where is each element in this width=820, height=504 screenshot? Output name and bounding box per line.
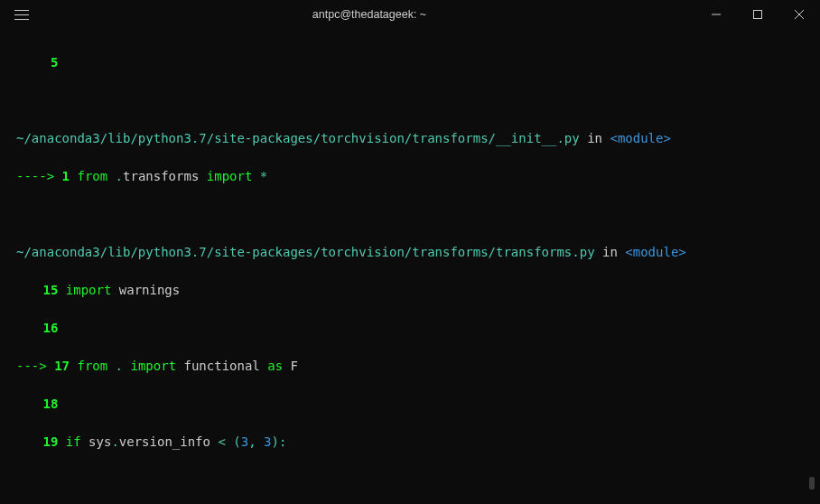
identifier: version_info xyxy=(119,434,210,449)
terminal-output[interactable]: 5 ~/anaconda3/lib/python3.7/site-package… xyxy=(0,29,820,504)
operator: < xyxy=(218,434,225,449)
operator: . xyxy=(116,359,123,373)
colon: : xyxy=(279,434,286,449)
line-number: 18 xyxy=(16,395,58,414)
line-number: 19 xyxy=(16,433,58,452)
keyword: import xyxy=(66,283,112,297)
minimize-button[interactable] xyxy=(695,0,737,29)
line-number: 16 xyxy=(16,319,58,338)
titlebar: antpc@thedatageek: ~ xyxy=(0,0,820,29)
identifier: F xyxy=(291,359,298,373)
arrow-indicator: ---> xyxy=(16,359,54,373)
in-label: in xyxy=(602,245,618,259)
line-number: 5 xyxy=(16,53,58,72)
identifier: sys xyxy=(89,434,111,449)
operator: . xyxy=(111,434,118,449)
menu-icon[interactable] xyxy=(0,0,43,29)
line-number: 1 xyxy=(62,167,70,186)
identifier: functional xyxy=(184,359,260,373)
keyword: if xyxy=(66,434,81,449)
close-button[interactable] xyxy=(778,0,820,29)
keyword: import xyxy=(207,169,253,183)
module-tag: <module> xyxy=(610,131,670,145)
paren: ( xyxy=(233,434,240,449)
module-tag: <module> xyxy=(625,245,685,259)
paren: ) xyxy=(271,434,278,449)
identifier: transforms xyxy=(123,169,199,183)
window-controls xyxy=(695,0,820,29)
traceback-path: ~/anaconda3/lib/python3.7/site-packages/… xyxy=(16,131,580,145)
operator: * xyxy=(260,169,267,183)
maximize-button[interactable] xyxy=(737,0,778,29)
window-title: antpc@thedatageek: ~ xyxy=(43,6,695,23)
keyword: as xyxy=(267,359,283,373)
in-label: in xyxy=(587,131,602,145)
line-number: 15 xyxy=(16,281,58,300)
keyword: from xyxy=(77,169,107,183)
arrow-indicator: ----> xyxy=(16,169,62,183)
comma: , xyxy=(248,434,256,449)
traceback-path: ~/anaconda3/lib/python3.7/site-packages/… xyxy=(16,245,595,259)
scrollbar-thumb[interactable] xyxy=(809,477,815,490)
svg-rect-1 xyxy=(754,11,762,19)
keyword: import xyxy=(130,359,176,373)
identifier: warnings xyxy=(119,283,180,297)
operator: . xyxy=(116,169,123,183)
line-number: 17 xyxy=(54,357,70,376)
number: 3 xyxy=(241,434,248,449)
keyword: from xyxy=(77,359,107,373)
